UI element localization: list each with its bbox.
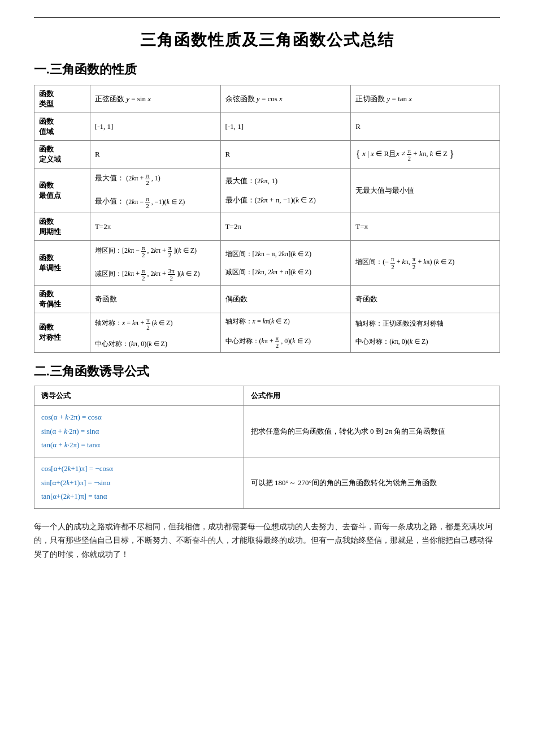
section2-title: 二.三角函数诱导公式 — [34, 363, 500, 380]
table-row-symmetry: 函数对称性 轴对称：x = kπ + π2 (k ∈ Z) 中心对称：(kπ, … — [34, 313, 500, 352]
induction-col-header-effect: 公式作用 — [244, 386, 500, 405]
induction-formula-group-2: cos[α+(2k+1)π] = −cosα sin[α+(2k+1)π] = … — [41, 462, 237, 504]
top-border — [34, 17, 500, 18]
table-row-range: 函数值域 [-1, 1] [-1, 1] R — [34, 113, 500, 141]
induction-effect-2: 可以把 180°～ 270°间的角的三角函数转化为锐角三角函数 — [244, 457, 500, 509]
col-header-cos: 余弦函数 y = cos x — [220, 85, 351, 113]
main-title: 三角函数性质及三角函数公式总结 — [34, 29, 500, 51]
properties-table: 函数类型 正弦函数 y = sin x 余弦函数 y = cos x 正切函数 … — [34, 85, 500, 353]
induction-row-1: cos(α + k·2π) = cosα sin(α + k·2π) = sin… — [34, 405, 500, 457]
footer-text: 每一个人的成功之路或许都不尽相同，但我相信，成功都需要每一位想成功的人去努力、去… — [34, 520, 500, 561]
table-row-parity: 函数奇偶性 奇函数 偶函数 奇函数 — [34, 285, 500, 313]
col-header-type: 函数类型 — [34, 85, 90, 113]
table-row-header: 函数类型 正弦函数 y = sin x 余弦函数 y = cos x 正切函数 … — [34, 85, 500, 113]
induction-row-2: cos[α+(2k+1)π] = −cosα sin[α+(2k+1)π] = … — [34, 457, 500, 509]
col-header-tan: 正切函数 y = tan x — [351, 85, 500, 113]
induction-col-header-formula: 诱导公式 — [34, 386, 244, 405]
induction-header-row: 诱导公式 公式作用 — [34, 386, 500, 405]
induction-formula-group-1: cos(α + k·2π) = cosα sin(α + k·2π) = sin… — [41, 411, 237, 452]
induction-table: 诱导公式 公式作用 cos(α + k·2π) = cosα sin(α + k… — [34, 386, 500, 509]
table-row-domain: 函数定义域 R R { x | x ∈ R且x ≠ π2 + kπ, k ∈ Z… — [34, 141, 500, 169]
induction-effect-1: 把求任意角的三角函数值，转化为求 0 到 2π 角的三角函数值 — [244, 405, 500, 457]
section1-title: 一.三角函数的性质 — [34, 61, 500, 78]
table-row-period: 函数周期性 T=2π T=2π T=π — [34, 213, 500, 241]
table-row-extrema: 函数最值点 最大值： (2kπ + π2 , 1) 最小值： (2kπ − π2… — [34, 169, 500, 213]
table-row-monotone: 函数单调性 增区间：[2kπ − π2 , 2kπ + π2 ](k ∈ Z) … — [34, 241, 500, 285]
col-header-sin: 正弦函数 y = sin x — [90, 85, 220, 113]
